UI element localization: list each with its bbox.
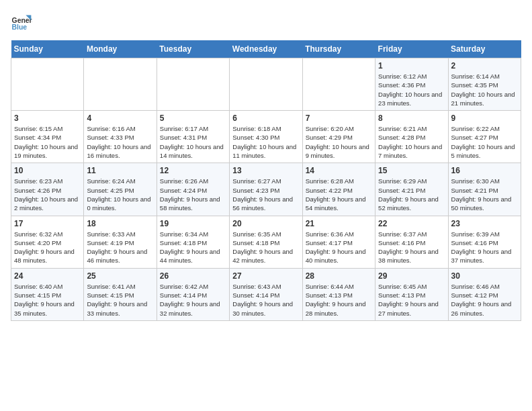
day-header-thursday: Thursday bbox=[302, 40, 375, 58]
calendar-cell: 16Sunrise: 6:30 AM Sunset: 4:21 PM Dayli… bbox=[448, 163, 521, 216]
day-info: Sunrise: 6:32 AM Sunset: 4:20 PM Dayligh… bbox=[14, 230, 81, 265]
day-number: 13 bbox=[232, 166, 299, 175]
day-header-sunday: Sunday bbox=[11, 40, 84, 58]
day-number: 18 bbox=[87, 219, 153, 228]
calendar-cell: 15Sunrise: 6:29 AM Sunset: 4:21 PM Dayli… bbox=[375, 163, 448, 216]
week-row-5: 24Sunrise: 6:40 AM Sunset: 4:15 PM Dayli… bbox=[11, 268, 521, 320]
logo: General Blue bbox=[11, 11, 32, 32]
week-row-2: 3Sunrise: 6:15 AM Sunset: 4:34 PM Daylig… bbox=[11, 111, 521, 163]
day-header-tuesday: Tuesday bbox=[157, 40, 229, 58]
calendar-cell: 14Sunrise: 6:28 AM Sunset: 4:22 PM Dayli… bbox=[302, 163, 375, 216]
day-info: Sunrise: 6:35 AM Sunset: 4:18 PM Dayligh… bbox=[232, 230, 299, 265]
day-header-friday: Friday bbox=[375, 40, 448, 58]
day-header-saturday: Saturday bbox=[448, 40, 521, 58]
header: General Blue bbox=[11, 11, 521, 32]
calendar-cell: 17Sunrise: 6:32 AM Sunset: 4:20 PM Dayli… bbox=[11, 216, 84, 268]
day-number: 24 bbox=[14, 271, 81, 281]
calendar-cell: 24Sunrise: 6:40 AM Sunset: 4:15 PM Dayli… bbox=[11, 268, 84, 320]
logo-icon: General Blue bbox=[11, 11, 32, 32]
day-number: 12 bbox=[160, 166, 226, 175]
day-number: 25 bbox=[87, 271, 153, 281]
day-info: Sunrise: 6:20 AM Sunset: 4:29 PM Dayligh… bbox=[306, 124, 372, 160]
calendar-cell bbox=[84, 58, 157, 111]
day-info: Sunrise: 6:34 AM Sunset: 4:18 PM Dayligh… bbox=[160, 230, 226, 265]
day-info: Sunrise: 6:33 AM Sunset: 4:19 PM Dayligh… bbox=[87, 230, 153, 265]
day-number: 15 bbox=[378, 166, 445, 175]
calendar-cell bbox=[11, 58, 84, 111]
day-info: Sunrise: 6:30 AM Sunset: 4:21 PM Dayligh… bbox=[451, 177, 518, 212]
day-info: Sunrise: 6:27 AM Sunset: 4:23 PM Dayligh… bbox=[232, 177, 299, 212]
calendar-cell: 13Sunrise: 6:27 AM Sunset: 4:23 PM Dayli… bbox=[230, 163, 302, 216]
calendar-cell: 28Sunrise: 6:44 AM Sunset: 4:13 PM Dayli… bbox=[302, 268, 375, 320]
day-info: Sunrise: 6:14 AM Sunset: 4:35 PM Dayligh… bbox=[451, 72, 518, 107]
calendar-header-row: SundayMondayTuesdayWednesdayThursdayFrid… bbox=[11, 40, 521, 58]
day-info: Sunrise: 6:28 AM Sunset: 4:22 PM Dayligh… bbox=[306, 177, 372, 212]
calendar-cell: 8Sunrise: 6:21 AM Sunset: 4:28 PM Daylig… bbox=[375, 111, 448, 163]
day-number: 27 bbox=[232, 271, 299, 281]
calendar-cell: 27Sunrise: 6:43 AM Sunset: 4:14 PM Dayli… bbox=[230, 268, 302, 320]
calendar-cell: 7Sunrise: 6:20 AM Sunset: 4:29 PM Daylig… bbox=[302, 111, 375, 163]
day-info: Sunrise: 6:39 AM Sunset: 4:16 PM Dayligh… bbox=[451, 230, 518, 265]
calendar-cell: 9Sunrise: 6:22 AM Sunset: 4:27 PM Daylig… bbox=[448, 111, 521, 163]
day-info: Sunrise: 6:12 AM Sunset: 4:36 PM Dayligh… bbox=[378, 72, 445, 107]
calendar-cell: 1Sunrise: 6:12 AM Sunset: 4:36 PM Daylig… bbox=[375, 58, 448, 111]
calendar-cell: 26Sunrise: 6:42 AM Sunset: 4:14 PM Dayli… bbox=[157, 268, 229, 320]
calendar-cell: 23Sunrise: 6:39 AM Sunset: 4:16 PM Dayli… bbox=[448, 216, 521, 268]
calendar-cell: 20Sunrise: 6:35 AM Sunset: 4:18 PM Dayli… bbox=[230, 216, 302, 268]
day-number: 3 bbox=[14, 113, 81, 123]
day-number: 19 bbox=[160, 219, 226, 228]
day-number: 28 bbox=[306, 271, 372, 281]
calendar-cell bbox=[157, 58, 229, 111]
week-row-4: 17Sunrise: 6:32 AM Sunset: 4:20 PM Dayli… bbox=[11, 216, 521, 268]
day-number: 11 bbox=[87, 166, 153, 175]
calendar-cell bbox=[302, 58, 375, 111]
day-number: 1 bbox=[378, 61, 445, 71]
calendar-cell: 4Sunrise: 6:16 AM Sunset: 4:33 PM Daylig… bbox=[84, 111, 157, 163]
day-number: 26 bbox=[160, 271, 226, 281]
day-number: 23 bbox=[451, 219, 518, 228]
day-number: 6 bbox=[232, 113, 299, 123]
day-number: 16 bbox=[451, 166, 518, 175]
calendar-cell bbox=[230, 58, 302, 111]
day-info: Sunrise: 6:37 AM Sunset: 4:16 PM Dayligh… bbox=[378, 230, 445, 265]
day-number: 29 bbox=[378, 271, 445, 281]
day-info: Sunrise: 6:17 AM Sunset: 4:31 PM Dayligh… bbox=[160, 124, 226, 160]
calendar-cell: 25Sunrise: 6:41 AM Sunset: 4:15 PM Dayli… bbox=[84, 268, 157, 320]
day-number: 10 bbox=[14, 166, 81, 175]
calendar-cell: 29Sunrise: 6:45 AM Sunset: 4:13 PM Dayli… bbox=[375, 268, 448, 320]
calendar-cell: 21Sunrise: 6:36 AM Sunset: 4:17 PM Dayli… bbox=[302, 216, 375, 268]
day-info: Sunrise: 6:26 AM Sunset: 4:24 PM Dayligh… bbox=[160, 177, 226, 212]
day-info: Sunrise: 6:18 AM Sunset: 4:30 PM Dayligh… bbox=[232, 124, 299, 160]
day-number: 4 bbox=[87, 113, 153, 123]
day-number: 22 bbox=[378, 219, 445, 228]
calendar-cell: 3Sunrise: 6:15 AM Sunset: 4:34 PM Daylig… bbox=[11, 111, 84, 163]
day-info: Sunrise: 6:15 AM Sunset: 4:34 PM Dayligh… bbox=[14, 124, 81, 160]
calendar-cell: 18Sunrise: 6:33 AM Sunset: 4:19 PM Dayli… bbox=[84, 216, 157, 268]
week-row-1: 1Sunrise: 6:12 AM Sunset: 4:36 PM Daylig… bbox=[11, 58, 521, 111]
day-number: 17 bbox=[14, 219, 81, 228]
week-row-3: 10Sunrise: 6:23 AM Sunset: 4:26 PM Dayli… bbox=[11, 163, 521, 216]
day-info: Sunrise: 6:22 AM Sunset: 4:27 PM Dayligh… bbox=[451, 124, 518, 160]
day-number: 9 bbox=[451, 113, 518, 123]
day-info: Sunrise: 6:44 AM Sunset: 4:13 PM Dayligh… bbox=[306, 282, 372, 318]
day-info: Sunrise: 6:16 AM Sunset: 4:33 PM Dayligh… bbox=[87, 124, 153, 160]
day-header-monday: Monday bbox=[84, 40, 157, 58]
day-number: 30 bbox=[451, 271, 518, 281]
day-info: Sunrise: 6:24 AM Sunset: 4:25 PM Dayligh… bbox=[87, 177, 153, 212]
calendar-cell: 6Sunrise: 6:18 AM Sunset: 4:30 PM Daylig… bbox=[230, 111, 302, 163]
calendar-cell: 10Sunrise: 6:23 AM Sunset: 4:26 PM Dayli… bbox=[11, 163, 84, 216]
day-number: 20 bbox=[232, 219, 299, 228]
calendar-cell: 30Sunrise: 6:46 AM Sunset: 4:12 PM Dayli… bbox=[448, 268, 521, 320]
day-number: 2 bbox=[451, 61, 518, 71]
day-info: Sunrise: 6:29 AM Sunset: 4:21 PM Dayligh… bbox=[378, 177, 445, 212]
day-info: Sunrise: 6:21 AM Sunset: 4:28 PM Dayligh… bbox=[378, 124, 445, 160]
calendar-cell: 12Sunrise: 6:26 AM Sunset: 4:24 PM Dayli… bbox=[157, 163, 229, 216]
day-info: Sunrise: 6:43 AM Sunset: 4:14 PM Dayligh… bbox=[232, 282, 299, 318]
calendar-cell: 5Sunrise: 6:17 AM Sunset: 4:31 PM Daylig… bbox=[157, 111, 229, 163]
day-header-wednesday: Wednesday bbox=[230, 40, 302, 58]
day-number: 7 bbox=[306, 113, 372, 123]
calendar-cell: 22Sunrise: 6:37 AM Sunset: 4:16 PM Dayli… bbox=[375, 216, 448, 268]
day-info: Sunrise: 6:42 AM Sunset: 4:14 PM Dayligh… bbox=[160, 282, 226, 318]
calendar-body: 1Sunrise: 6:12 AM Sunset: 4:36 PM Daylig… bbox=[11, 58, 521, 321]
calendar-cell: 11Sunrise: 6:24 AM Sunset: 4:25 PM Dayli… bbox=[84, 163, 157, 216]
